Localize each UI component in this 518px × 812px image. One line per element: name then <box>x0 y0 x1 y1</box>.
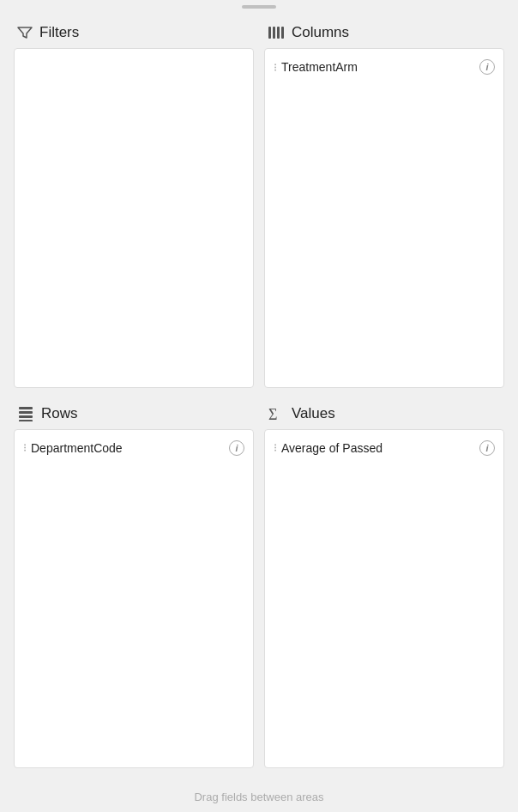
values-label: Values <box>292 405 335 422</box>
svg-rect-6 <box>19 415 33 418</box>
rows-field-name: DepartmentCode <box>31 441 224 455</box>
columns-icon <box>268 25 285 40</box>
filters-header: Filters <box>14 17 254 48</box>
values-body[interactable]: ⁝ Average of Passed i <box>264 429 504 769</box>
rows-label: Rows <box>41 405 78 422</box>
columns-label: Columns <box>292 24 349 41</box>
handle-indicator <box>242 5 276 9</box>
rows-icon <box>17 406 34 421</box>
drag-dots: ⁝ <box>274 441 276 454</box>
svg-text:Σ: Σ <box>268 406 277 421</box>
filters-body[interactable] <box>14 48 254 388</box>
filters-label: Filters <box>39 24 79 41</box>
values-header: Σ Values <box>264 398 504 429</box>
rows-field-info-icon[interactable]: i <box>229 440 244 456</box>
columns-field-info-icon[interactable]: i <box>479 59 495 75</box>
values-panel: Σ Values ⁝ Average of Passed i <box>264 398 504 769</box>
svg-rect-7 <box>19 420 33 421</box>
svg-rect-5 <box>19 411 33 414</box>
values-field-name: Average of Passed <box>281 441 474 455</box>
columns-header: Columns <box>264 17 504 48</box>
svg-rect-0 <box>268 27 271 39</box>
rows-header: Rows <box>14 398 254 429</box>
pivot-field-panel: Filters Columns ⁝ <box>0 0 518 812</box>
drag-dots: ⁝ <box>23 441 26 454</box>
filter-icon <box>17 25 33 40</box>
footer-label: Drag fields between areas <box>194 791 323 803</box>
svg-rect-2 <box>277 27 280 39</box>
svg-rect-3 <box>281 27 284 39</box>
columns-panel: Columns ⁝ TreatmentArm i <box>264 17 504 388</box>
values-field-info-icon[interactable]: i <box>479 440 495 456</box>
rows-field-departmentcode[interactable]: ⁝ DepartmentCode i <box>21 437 246 459</box>
footer: Drag fields between areas <box>0 782 518 812</box>
drag-handle-bar <box>0 0 518 12</box>
columns-field-name: TreatmentArm <box>281 60 474 74</box>
values-field-averageofpassed[interactable]: ⁝ Average of Passed i <box>272 437 497 459</box>
rows-body[interactable]: ⁝ DepartmentCode i <box>14 429 254 769</box>
drag-dots: ⁝ <box>274 61 276 74</box>
svg-rect-4 <box>19 407 33 409</box>
panels-grid: Filters Columns ⁝ <box>0 12 518 782</box>
columns-field-treatmentarm[interactable]: ⁝ TreatmentArm i <box>272 56 497 78</box>
rows-panel: Rows ⁝ DepartmentCode i <box>14 398 254 769</box>
sigma-icon: Σ <box>268 406 285 421</box>
svg-rect-1 <box>273 27 275 39</box>
filters-panel: Filters <box>14 17 254 388</box>
columns-body[interactable]: ⁝ TreatmentArm i <box>264 48 504 388</box>
